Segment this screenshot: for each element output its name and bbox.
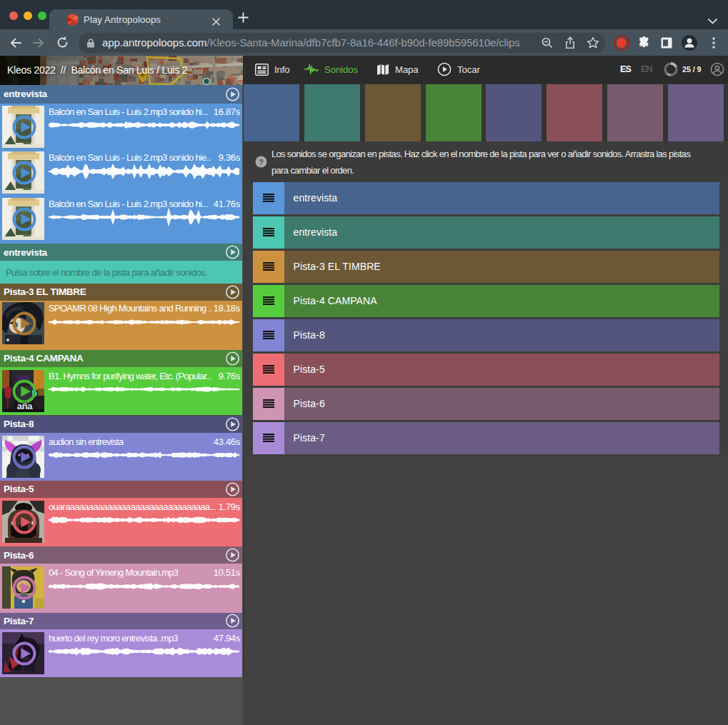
svg-text:?: ? bbox=[259, 158, 264, 166]
